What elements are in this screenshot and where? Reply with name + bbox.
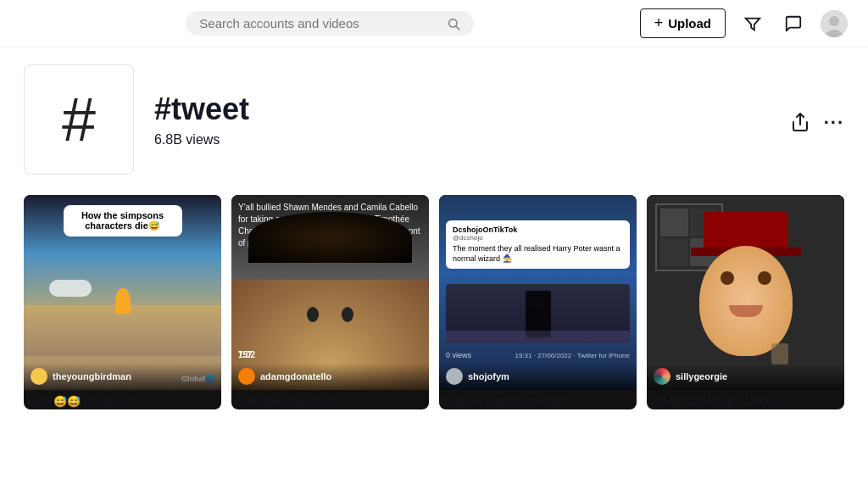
hp-movie-frame bbox=[446, 284, 630, 343]
video-card-bottom: theyoungbirdman bbox=[24, 363, 221, 390]
svg-marker-2 bbox=[746, 18, 760, 30]
tweet-user: DcshojoOnTikTok bbox=[453, 225, 623, 234]
hashtag-symbol: # bbox=[62, 85, 96, 154]
timothee-thumbnail: Y'all bullied Shawn Mendes and Camila Ca… bbox=[231, 195, 429, 390]
avatar-small bbox=[654, 368, 670, 385]
avatar-small bbox=[31, 368, 47, 385]
video-thumbnail: Y'all bullied Shawn Mendes and Camila Ca… bbox=[231, 195, 429, 390]
hashtag-section: # #tweet 6.8B views ··· bbox=[0, 47, 868, 188]
username: theyoungbirdman bbox=[53, 371, 131, 381]
upload-label: Upload bbox=[668, 16, 711, 31]
hashtag-actions: ··· bbox=[790, 105, 844, 134]
tweet-text: The moment they all realised Harry Poter… bbox=[453, 244, 623, 264]
avatar-small bbox=[446, 368, 463, 385]
header-left bbox=[20, 11, 640, 36]
share-icon[interactable] bbox=[790, 112, 810, 132]
search-icon[interactable] bbox=[447, 17, 460, 31]
avatar[interactable] bbox=[821, 10, 848, 37]
video-title: Chile anyways soooo ... bbox=[231, 390, 429, 409]
hp-thumbnail: DcshojoOnTikTok @dcshojo The moment they… bbox=[439, 195, 637, 390]
search-bar[interactable] bbox=[186, 11, 474, 36]
upload-plus-icon: + bbox=[654, 14, 664, 32]
video-thumbnail: How the simpsonscharacters die😅 Global🌐 … bbox=[24, 195, 221, 390]
georgie-thumbnail bbox=[647, 195, 844, 390]
hp-tweet-box: DcshojoOnTikTok @dcshojo The moment they… bbox=[446, 220, 630, 269]
messages-icon[interactable] bbox=[780, 10, 807, 37]
hashtag-title: #tweet bbox=[154, 92, 770, 127]
hashtag-views: 6.8B views bbox=[154, 132, 770, 148]
filter-icon[interactable] bbox=[739, 10, 766, 37]
simpsons-text-overlay: How the simpsonscharacters die😅 bbox=[64, 205, 182, 237]
video-card-bottom: adamgdonatello bbox=[231, 363, 429, 390]
video-card[interactable]: sillygeorgie JAMES CHARLES UPDATE... bbox=[647, 195, 844, 409]
search-input[interactable] bbox=[199, 16, 440, 31]
video-thumbnail: sillygeorgie bbox=[647, 195, 844, 390]
video-card[interactable]: DcshojoOnTikTok @dcshojo The moment they… bbox=[439, 195, 637, 409]
video-thumbnail: DcshojoOnTikTok @dcshojo The moment they… bbox=[439, 195, 637, 390]
hashtag-info: #tweet 6.8B views bbox=[154, 92, 770, 148]
header-right: + Upload bbox=[640, 8, 848, 38]
svg-line-1 bbox=[456, 26, 459, 30]
video-title: They All Was So shocked ... bbox=[439, 390, 637, 409]
tweet-handle: @dcshojo bbox=[453, 234, 623, 242]
more-options-icon[interactable]: ··· bbox=[824, 112, 844, 134]
username: shojofym bbox=[468, 371, 509, 381]
username: sillygeorgie bbox=[676, 371, 727, 381]
video-card[interactable]: How the simpsonscharacters die😅 Global🌐 … bbox=[24, 195, 221, 409]
header: + Upload bbox=[0, 0, 868, 47]
upload-button[interactable]: + Upload bbox=[640, 8, 726, 38]
avatar-small bbox=[238, 368, 255, 385]
video-card[interactable]: Y'all bullied Shawn Mendes and Camila Ca… bbox=[231, 195, 429, 409]
simpsons-thumbnail: How the simpsonscharacters die😅 Global🌐 bbox=[24, 195, 221, 390]
video-card-bottom: sillygeorgie bbox=[647, 363, 844, 390]
username: adamgdonatello bbox=[260, 371, 331, 381]
video-title: JAMES CHARLES UPDATE... bbox=[647, 390, 844, 409]
video-grid: How the simpsonscharacters die😅 Global🌐 … bbox=[0, 188, 868, 409]
hashtag-icon-box: # bbox=[24, 64, 134, 175]
video-card-bottom: shojofym bbox=[439, 363, 637, 390]
video-title: Bruh 😅😅 #simpsons ... bbox=[24, 390, 221, 409]
svg-point-4 bbox=[829, 16, 839, 26]
